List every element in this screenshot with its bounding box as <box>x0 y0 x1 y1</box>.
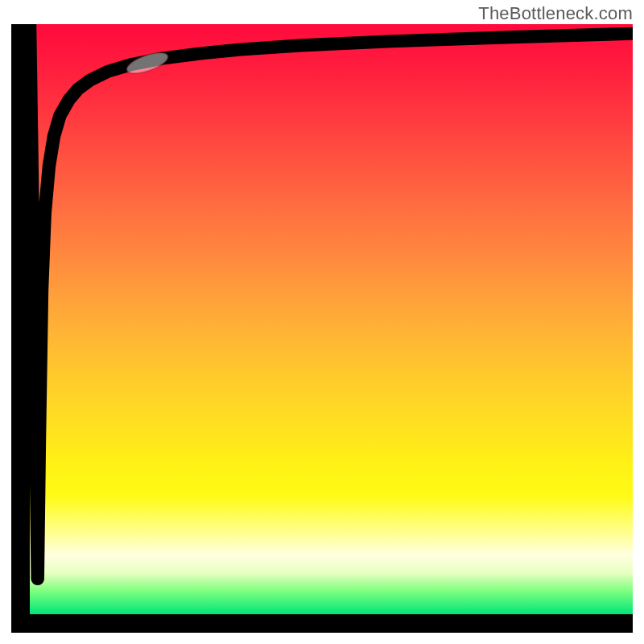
bottleneck-curve <box>30 24 633 579</box>
svg-point-0 <box>124 48 170 77</box>
chart-gradient-background <box>30 24 633 614</box>
curve-marker <box>124 48 170 77</box>
chart-plot <box>30 24 633 614</box>
attribution-text: TheBottleneck.com <box>478 3 633 24</box>
chart-frame <box>11 24 633 633</box>
